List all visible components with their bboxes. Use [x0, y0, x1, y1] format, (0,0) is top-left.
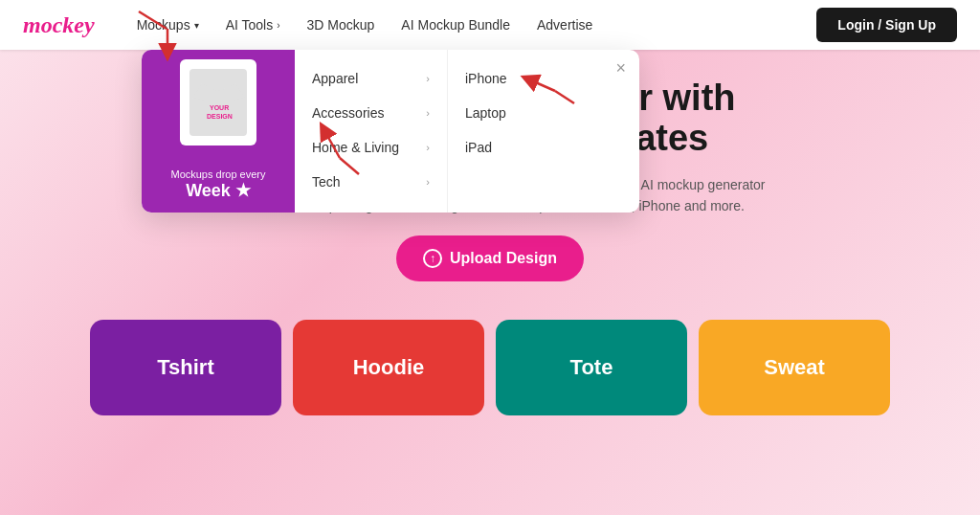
- category-accessories[interactable]: Accessories ›: [295, 96, 447, 130]
- sub-item-iphone[interactable]: iPhone: [448, 61, 639, 96]
- category-cards: Tshirt Hoodie Tote Sweat: [0, 301, 980, 415]
- category-card-tshirt[interactable]: Tshirt: [90, 320, 281, 415]
- category-card-hoodie[interactable]: Hoodie: [293, 320, 484, 415]
- promo-label: Mockups drop every Week ★: [170, 168, 265, 201]
- sub-item-laptop[interactable]: Laptop: [448, 96, 639, 130]
- upload-design-button[interactable]: ↑ Upload Design: [396, 235, 584, 281]
- nav-item-3d-mockup[interactable]: 3D Mockup: [296, 11, 387, 38]
- chevron-right-icon: ›: [426, 176, 430, 188]
- navbar: mockey Mockups ▾ AI Tools › 3D Mockup AI…: [0, 0, 980, 50]
- sub-item-ipad[interactable]: iPad: [448, 130, 639, 165]
- dropdown-menu: YOUR DESIGN Mockups drop every Week ★ Ap…: [142, 50, 639, 213]
- svg-text:DESIGN: DESIGN: [207, 113, 233, 120]
- shirt-thumbnail: YOUR DESIGN: [189, 69, 247, 136]
- nav-item-ai-bundle[interactable]: AI Mockup Bundle: [390, 11, 522, 38]
- login-button[interactable]: Login / Sign Up: [816, 8, 957, 42]
- chevron-right-icon: ›: [426, 142, 430, 153]
- dropdown-sub-items: × iPhone Laptop iPad: [448, 50, 639, 213]
- nav-item-ai-tools[interactable]: AI Tools ›: [214, 11, 292, 38]
- category-home-living[interactable]: Home & Living ›: [295, 130, 447, 165]
- chevron-right-icon: ›: [277, 20, 279, 31]
- category-card-tote[interactable]: Tote: [496, 320, 687, 415]
- dropdown-promo-panel: YOUR DESIGN Mockups drop every Week ★: [142, 50, 295, 213]
- chevron-down-icon: ▾: [194, 20, 199, 31]
- svg-text:YOUR: YOUR: [210, 104, 229, 111]
- category-apparel[interactable]: Apparel ›: [295, 61, 447, 96]
- logo[interactable]: mockey: [23, 12, 95, 38]
- mockup-preview-image: YOUR DESIGN: [180, 59, 256, 146]
- chevron-right-icon: ›: [426, 73, 430, 84]
- category-tech[interactable]: Tech ›: [295, 165, 447, 199]
- dropdown-categories: Apparel › Accessories › Home & Living › …: [295, 50, 448, 213]
- upload-icon: ↑: [423, 249, 442, 268]
- chevron-right-icon: ›: [426, 107, 430, 119]
- nav-links: Mockups ▾ AI Tools › 3D Mockup AI Mockup…: [125, 11, 817, 38]
- close-button[interactable]: ×: [615, 59, 626, 77]
- nav-item-mockups[interactable]: Mockups ▾: [125, 11, 211, 38]
- category-card-sweat[interactable]: Sweat: [699, 320, 890, 415]
- nav-item-advertise[interactable]: Advertise: [525, 11, 604, 38]
